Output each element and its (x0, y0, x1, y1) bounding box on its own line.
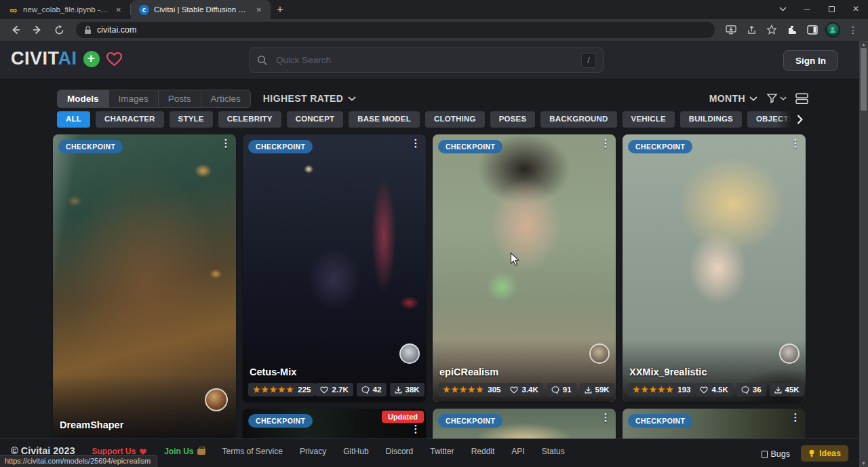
heart-icon (320, 386, 328, 394)
briefcase-icon (197, 449, 205, 455)
tab-posts[interactable]: Posts (158, 90, 201, 107)
extensions-puzzle-icon[interactable] (784, 22, 800, 38)
bugs-link[interactable]: Bugs (762, 449, 791, 459)
card-menu-kebab-icon[interactable]: ⋮ (599, 138, 612, 149)
creator-avatar[interactable] (589, 343, 610, 364)
category-pill-background[interactable]: BACKGROUND (540, 111, 616, 128)
tab-close-icon[interactable]: ✕ (254, 5, 264, 14)
close-button[interactable]: ✕ (844, 0, 868, 18)
forward-button[interactable] (28, 21, 46, 39)
footer-link-reddit[interactable]: Reddit (471, 447, 495, 456)
card-menu-kebab-icon[interactable]: ⋮ (599, 412, 612, 424)
category-filter-bar: ALL CHARACTER STYLE CELEBRITY CONCEPT BA… (57, 111, 793, 128)
heart-icon (139, 448, 147, 455)
browser-menu-kebab-icon[interactable]: ⋮ (845, 22, 861, 38)
civitai-logo[interactable]: CIVITAI + (11, 50, 123, 68)
model-card-cetus-mix[interactable]: CHECKPOINT ⋮ Cetus-Mix ★★★★★ 225 2.7K (243, 134, 426, 402)
model-card-dreamshaper[interactable]: CHECKPOINT ⋮ DreamShaper (53, 134, 236, 438)
model-title: epiCRealism (439, 367, 498, 377)
new-tab-button[interactable]: + (271, 0, 290, 19)
rating-stat: ★★★★★ 225 (248, 383, 315, 396)
card-menu-kebab-icon[interactable]: ⋮ (219, 138, 233, 149)
model-card-partial[interactable]: CHECKPOINT Updated ⋮ (243, 409, 426, 438)
category-pill-concept[interactable]: CONCEPT (287, 111, 344, 128)
model-card-epicrealism[interactable]: CHECKPOINT ⋮ epiCRealism ★★★★★ 305 3.4K (433, 134, 616, 402)
footer-link-twitter[interactable]: Twitter (430, 447, 454, 456)
footer-link-join-us[interactable]: Join Us (164, 447, 205, 456)
footer-link-status[interactable]: Status (542, 447, 565, 456)
category-pill-style[interactable]: STYLE (170, 111, 213, 128)
category-pill-vehicle[interactable]: VEHICLE (623, 111, 675, 128)
back-button[interactable] (7, 21, 24, 39)
downloads-stat: 59K (580, 383, 614, 396)
category-pill-character[interactable]: CHARACTER (96, 111, 164, 128)
install-icon[interactable] (723, 22, 739, 38)
card-menu-kebab-icon[interactable]: ⋮ (789, 138, 802, 149)
browser-tab-bar: ∞ new_colab_file.ipynb - Colaborat ✕ c C… (0, 0, 868, 19)
tab-images[interactable]: Images (108, 90, 158, 107)
browser-profile-avatar[interactable] (825, 22, 841, 38)
footer-link-github[interactable]: GitHub (343, 447, 368, 456)
sort-dropdown[interactable]: HIGHEST RATED (263, 93, 357, 104)
category-pill-all[interactable]: ALL (57, 111, 90, 128)
rating-stat: ★★★★★ 305 (438, 383, 505, 396)
period-label: MONTH (709, 93, 745, 104)
download-icon (395, 386, 402, 394)
footer-right-actions: Bugs Ideas (762, 445, 848, 462)
tab-search-chevron-icon[interactable] (770, 0, 795, 18)
category-pill-buildings[interactable]: BUILDINGS (680, 111, 742, 128)
filter-dropdown[interactable] (766, 93, 787, 104)
footer-link-terms[interactable]: Terms of Service (222, 447, 283, 456)
creator-avatar[interactable] (399, 343, 420, 364)
minimize-button[interactable]: ─ (795, 0, 819, 18)
footer-link-privacy[interactable]: Privacy (300, 447, 326, 456)
tab-civitai[interactable]: c Civitai | Stable Diffusion models, ✕ (131, 0, 271, 19)
tab-articles[interactable]: Articles (201, 90, 250, 107)
card-menu-kebab-icon[interactable]: ⋮ (409, 138, 422, 149)
footer-link-discord[interactable]: Discord (386, 447, 414, 456)
bookmark-star-icon[interactable] (764, 22, 780, 38)
model-stats-row: ★★★★★ 305 3.4K 91 59K (438, 383, 610, 396)
creator-avatar[interactable] (779, 343, 800, 364)
creator-avatar[interactable] (205, 388, 228, 411)
category-pill-poses[interactable]: POSES (490, 111, 536, 128)
download-icon (585, 386, 592, 394)
address-bar[interactable]: civitai.com (76, 22, 715, 38)
category-pill-base-model[interactable]: BASE MODEL (349, 111, 420, 128)
maximize-button[interactable] (819, 0, 844, 18)
quick-search-bar[interactable]: / (250, 48, 604, 73)
comments-stat: 42 (357, 383, 387, 396)
side-panel-icon[interactable] (804, 22, 821, 38)
favorites-heart-icon[interactable] (106, 52, 123, 67)
layout-rows-icon[interactable] (795, 93, 808, 104)
tab-colab[interactable]: ∞ new_colab_file.ipynb - Colaborat ✕ (0, 0, 130, 19)
scrollbar-thumb[interactable] (861, 48, 867, 111)
sign-in-button[interactable]: Sign In (783, 50, 838, 71)
category-pill-clothing[interactable]: CLOTHING (425, 111, 485, 128)
create-plus-icon[interactable]: + (83, 51, 100, 67)
scroll-up-icon[interactable]: ▲ (861, 41, 866, 48)
categories-scroll-right[interactable] (777, 111, 803, 128)
star-rating-icons: ★★★★★ (443, 385, 484, 394)
card-menu-kebab-icon[interactable]: ⋮ (409, 424, 422, 435)
nav-right-controls: MONTH (709, 93, 808, 104)
period-dropdown[interactable]: MONTH (709, 93, 757, 104)
page-scrollbar[interactable]: ▲ ▼ (859, 41, 868, 467)
tab-close-icon[interactable]: ✕ (114, 5, 123, 14)
model-card-partial[interactable]: CHECKPOINT ⋮ (623, 409, 806, 438)
filter-funnel-icon (766, 93, 778, 104)
share-icon[interactable] (743, 22, 760, 38)
category-pill-celebrity[interactable]: CELEBRITY (218, 111, 281, 128)
model-card-partial[interactable]: CHECKPOINT ⋮ (433, 409, 616, 438)
reload-button[interactable] (50, 21, 68, 39)
ideas-button[interactable]: Ideas (801, 445, 848, 462)
card-menu-kebab-icon[interactable]: ⋮ (789, 412, 802, 424)
search-input[interactable] (275, 54, 574, 66)
comment-icon (551, 386, 559, 394)
model-card-xxmix-9realistic[interactable]: CHECKPOINT ⋮ XXMix_9realistic ★★★★★ 193 … (623, 134, 806, 402)
tab-models[interactable]: Models (58, 90, 108, 107)
footer-link-api[interactable]: API (511, 447, 524, 456)
scroll-down-icon[interactable]: ▼ (861, 460, 866, 467)
bug-icon (762, 451, 768, 458)
model-title: XXMix_9realistic (629, 367, 707, 377)
